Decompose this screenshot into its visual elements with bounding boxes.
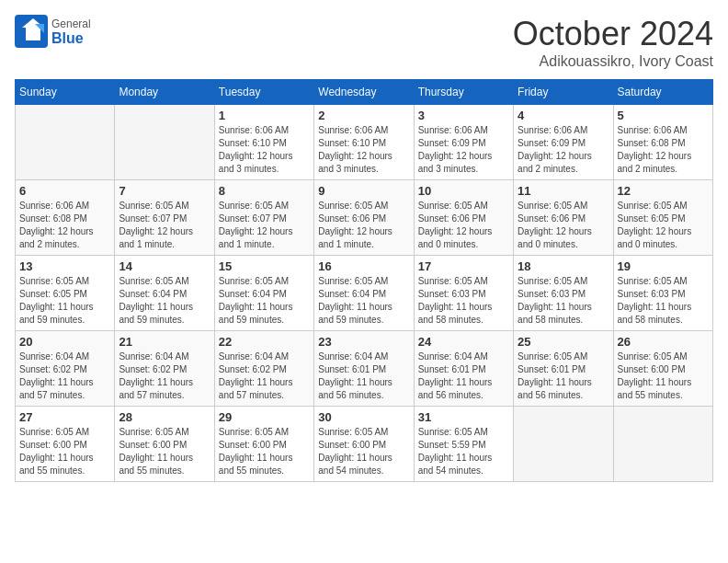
day-info: Sunrise: 6:06 AMSunset: 6:08 PMDaylight:…: [19, 200, 110, 251]
day-info: Sunrise: 6:06 AMSunset: 6:09 PMDaylight:…: [518, 124, 609, 176]
calendar-cell: 10Sunrise: 6:05 AMSunset: 6:06 PMDayligh…: [414, 180, 513, 256]
location-title: Adikouassikro, Ivory Coast: [513, 53, 713, 70]
day-info: Sunrise: 6:05 AMSunset: 6:03 PMDaylight:…: [418, 275, 509, 327]
day-info: Sunrise: 6:05 AMSunset: 6:06 PMDaylight:…: [318, 200, 409, 251]
day-number: 1: [219, 109, 310, 122]
day-number: 25: [518, 335, 609, 349]
calendar-cell: 25Sunrise: 6:05 AMSunset: 6:01 PMDayligh…: [514, 331, 613, 407]
day-number: 13: [19, 259, 110, 273]
day-number: 23: [318, 335, 409, 349]
day-number: 22: [219, 335, 310, 349]
calendar-cell: 18Sunrise: 6:05 AMSunset: 6:03 PMDayligh…: [514, 256, 613, 331]
calendar-cell: 4Sunrise: 6:06 AMSunset: 6:09 PMDaylight…: [514, 105, 613, 180]
calendar-cell: 8Sunrise: 6:05 AMSunset: 6:07 PMDaylight…: [214, 180, 313, 256]
calendar-cell: [115, 105, 214, 180]
day-number: 27: [19, 410, 110, 424]
day-number: 29: [219, 410, 310, 424]
day-number: 21: [119, 335, 210, 349]
day-number: 17: [418, 259, 509, 273]
calendar-cell: 23Sunrise: 6:04 AMSunset: 6:01 PMDayligh…: [314, 331, 414, 407]
month-title: October 2024: [513, 15, 713, 53]
calendar-header-row: SundayMondayTuesdayWednesdayThursdayFrid…: [16, 80, 713, 105]
calendar-cell: 3Sunrise: 6:06 AMSunset: 6:09 PMDaylight…: [414, 105, 513, 180]
calendar-cell: 14Sunrise: 6:05 AMSunset: 6:04 PMDayligh…: [115, 256, 214, 331]
day-info: Sunrise: 6:06 AMSunset: 6:10 PMDaylight:…: [318, 124, 409, 176]
weekday-header-monday: Monday: [115, 80, 214, 105]
calendar-cell: 31Sunrise: 6:05 AMSunset: 5:59 PMDayligh…: [414, 407, 513, 482]
calendar-cell: 1Sunrise: 6:06 AMSunset: 6:10 PMDaylight…: [214, 105, 313, 180]
calendar-cell: [613, 407, 712, 482]
day-info: Sunrise: 6:04 AMSunset: 6:01 PMDaylight:…: [418, 350, 509, 402]
weekday-header-saturday: Saturday: [613, 80, 712, 105]
day-info: Sunrise: 6:05 AMSunset: 6:03 PMDaylight:…: [618, 275, 709, 327]
day-info: Sunrise: 6:05 AMSunset: 6:04 PMDaylight:…: [219, 275, 310, 327]
day-info: Sunrise: 6:05 AMSunset: 6:06 PMDaylight:…: [418, 200, 509, 251]
calendar-cell: 9Sunrise: 6:05 AMSunset: 6:06 PMDaylight…: [314, 180, 414, 256]
calendar-week-row: 20Sunrise: 6:04 AMSunset: 6:02 PMDayligh…: [16, 331, 713, 407]
calendar-cell: 30Sunrise: 6:05 AMSunset: 6:00 PMDayligh…: [314, 407, 414, 482]
calendar-cell: 27Sunrise: 6:05 AMSunset: 6:00 PMDayligh…: [16, 407, 115, 482]
day-number: 10: [418, 184, 509, 198]
calendar-week-row: 13Sunrise: 6:05 AMSunset: 6:05 PMDayligh…: [16, 256, 713, 331]
logo-blue: Blue: [51, 29, 91, 47]
day-number: 30: [318, 410, 409, 424]
page-header: General Blue October 2024 Adikouassikro,…: [15, 15, 713, 70]
day-number: 19: [618, 259, 709, 273]
day-number: 18: [518, 259, 609, 273]
day-info: Sunrise: 6:05 AMSunset: 5:59 PMDaylight:…: [418, 426, 509, 477]
day-number: 20: [19, 335, 110, 349]
calendar-cell: 24Sunrise: 6:04 AMSunset: 6:01 PMDayligh…: [414, 331, 513, 407]
day-info: Sunrise: 6:06 AMSunset: 6:08 PMDaylight:…: [618, 124, 709, 176]
calendar-cell: 22Sunrise: 6:04 AMSunset: 6:02 PMDayligh…: [214, 331, 313, 407]
day-number: 28: [119, 410, 210, 424]
day-info: Sunrise: 6:05 AMSunset: 6:04 PMDaylight:…: [318, 275, 409, 327]
day-info: Sunrise: 6:04 AMSunset: 6:02 PMDaylight:…: [219, 350, 310, 402]
day-info: Sunrise: 6:04 AMSunset: 6:01 PMDaylight:…: [318, 350, 409, 402]
calendar-cell: 21Sunrise: 6:04 AMSunset: 6:02 PMDayligh…: [115, 331, 214, 407]
calendar-cell: 5Sunrise: 6:06 AMSunset: 6:08 PMDaylight…: [613, 105, 712, 180]
calendar-cell: 12Sunrise: 6:05 AMSunset: 6:05 PMDayligh…: [613, 180, 712, 256]
weekday-header-thursday: Thursday: [414, 80, 513, 105]
title-block: October 2024 Adikouassikro, Ivory Coast: [513, 15, 713, 70]
day-number: 4: [518, 109, 609, 122]
calendar-cell: 11Sunrise: 6:05 AMSunset: 6:06 PMDayligh…: [514, 180, 613, 256]
day-number: 16: [318, 259, 409, 273]
day-info: Sunrise: 6:05 AMSunset: 6:06 PMDaylight:…: [518, 200, 609, 251]
weekday-header-sunday: Sunday: [16, 80, 115, 105]
day-number: 26: [618, 335, 709, 349]
day-number: 3: [418, 109, 509, 122]
calendar-cell: 15Sunrise: 6:05 AMSunset: 6:04 PMDayligh…: [214, 256, 313, 331]
day-info: Sunrise: 6:05 AMSunset: 6:03 PMDaylight:…: [518, 275, 609, 327]
calendar-cell: 26Sunrise: 6:05 AMSunset: 6:00 PMDayligh…: [613, 331, 712, 407]
logo-general: General: [51, 18, 91, 29]
calendar-cell: 19Sunrise: 6:05 AMSunset: 6:03 PMDayligh…: [613, 256, 712, 331]
weekday-header-wednesday: Wednesday: [314, 80, 414, 105]
calendar-cell: 29Sunrise: 6:05 AMSunset: 6:00 PMDayligh…: [214, 407, 313, 482]
day-info: Sunrise: 6:04 AMSunset: 6:02 PMDaylight:…: [19, 350, 110, 402]
weekday-header-tuesday: Tuesday: [214, 80, 313, 105]
calendar-cell: 6Sunrise: 6:06 AMSunset: 6:08 PMDaylight…: [16, 180, 115, 256]
day-number: 2: [318, 109, 409, 122]
calendar-week-row: 6Sunrise: 6:06 AMSunset: 6:08 PMDaylight…: [16, 180, 713, 256]
day-number: 9: [318, 184, 409, 198]
calendar-cell: 7Sunrise: 6:05 AMSunset: 6:07 PMDaylight…: [115, 180, 214, 256]
calendar-cell: [16, 105, 115, 180]
day-number: 12: [618, 184, 709, 198]
day-info: Sunrise: 6:05 AMSunset: 6:05 PMDaylight:…: [618, 200, 709, 251]
day-number: 5: [618, 109, 709, 122]
day-info: Sunrise: 6:05 AMSunset: 6:01 PMDaylight:…: [518, 350, 609, 402]
calendar-cell: 16Sunrise: 6:05 AMSunset: 6:04 PMDayligh…: [314, 256, 414, 331]
day-info: Sunrise: 6:04 AMSunset: 6:02 PMDaylight:…: [119, 350, 210, 402]
calendar-week-row: 1Sunrise: 6:06 AMSunset: 6:10 PMDaylight…: [16, 105, 713, 180]
day-number: 8: [219, 184, 310, 198]
weekday-header-friday: Friday: [514, 80, 613, 105]
day-number: 24: [418, 335, 509, 349]
calendar-cell: 28Sunrise: 6:05 AMSunset: 6:00 PMDayligh…: [115, 407, 214, 482]
calendar-cell: [514, 407, 613, 482]
day-info: Sunrise: 6:05 AMSunset: 6:00 PMDaylight:…: [318, 426, 409, 477]
day-info: Sunrise: 6:05 AMSunset: 6:04 PMDaylight:…: [119, 275, 210, 327]
logo: General Blue: [15, 15, 91, 52]
day-info: Sunrise: 6:05 AMSunset: 6:07 PMDaylight:…: [219, 200, 310, 251]
day-info: Sunrise: 6:05 AMSunset: 6:00 PMDaylight:…: [219, 426, 310, 477]
day-info: Sunrise: 6:06 AMSunset: 6:10 PMDaylight:…: [219, 124, 310, 176]
